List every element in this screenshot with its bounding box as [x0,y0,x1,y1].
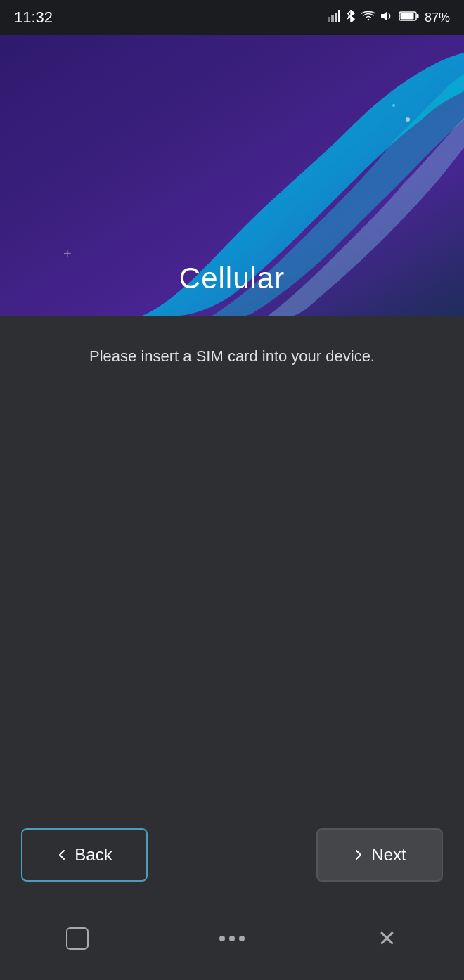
back-label: Back [75,845,112,865]
battery-icon [399,11,419,24]
hero-section: Cellular [0,35,464,316]
svg-point-12 [406,117,410,122]
status-icons: 87% [328,10,450,25]
status-bar: 11:32 [0,0,464,35]
next-label: Next [371,845,406,865]
svg-point-13 [392,104,395,107]
svg-rect-9 [416,14,418,18]
chevron-left-icon [56,849,67,860]
nav-buttons: Back Next [0,828,464,882]
square-icon [66,927,89,950]
chevron-right-icon [353,849,364,860]
content-area: Please insert a SIM card into your devic… [0,316,464,396]
bluetooth-icon [346,10,356,25]
back-button[interactable]: Back [21,828,148,882]
volume-icon [381,10,394,25]
close-icon: ✕ [378,925,397,952]
recents-button[interactable] [56,917,98,960]
svg-marker-7 [381,11,387,21]
svg-marker-1 [331,15,334,22]
back-nav-button[interactable]: ✕ [366,917,408,960]
battery-percent: 87% [425,11,450,25]
next-button[interactable]: Next [316,828,443,882]
signal-icon [328,10,340,25]
dots-icon [219,936,245,941]
svg-marker-3 [338,10,340,22]
page-title: Cellular [179,262,285,295]
svg-marker-2 [335,13,337,22]
svg-rect-10 [400,13,413,20]
wifi-icon [361,11,375,25]
bottom-nav: ✕ [0,896,464,980]
home-button[interactable] [211,917,253,960]
status-time: 11:32 [14,8,53,27]
subtitle-text: Please insert a SIM card into your devic… [35,344,429,368]
svg-marker-0 [328,17,330,22]
